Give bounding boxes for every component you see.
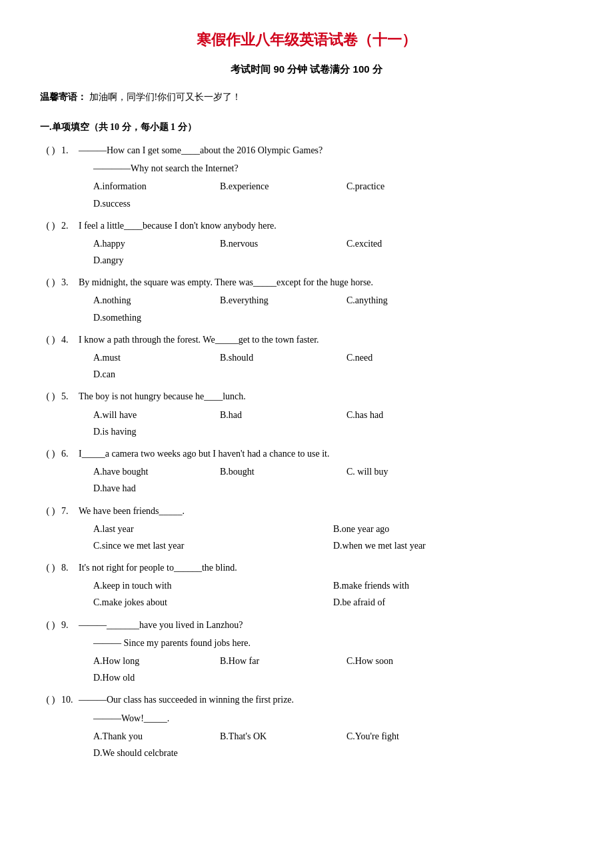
option-10-A: A.Thank you: [93, 728, 200, 745]
option-2-C: C.excited: [346, 235, 453, 252]
option-4-C: C.need: [346, 349, 453, 366]
section1-title: 一.单项填空（共 10 分，每小题 1 分）: [40, 119, 573, 135]
option-10-D: D.We should celcbrate: [93, 745, 200, 761]
question-text-5: The boy is not hungry because he____lunc…: [79, 388, 573, 405]
question-block-8: ( )8.It's not right for people to______t…: [40, 559, 573, 611]
option-7-B: B.one year ago: [333, 521, 573, 537]
answer-bracket-5: ( ): [40, 388, 61, 405]
warm-tip-content: 加油啊，同学们!你们可又长一岁了！: [87, 92, 241, 102]
options-9: A.How longB.How farC.How soonD.How old: [40, 653, 573, 686]
options-4: A.mustB.shouldC.needD.can: [40, 349, 573, 383]
option-4-B: B.should: [220, 349, 326, 366]
answer-bracket-6: ( ): [40, 445, 61, 462]
warm-tip-label: 温馨寄语：: [40, 92, 87, 102]
question-line-8: ( )8.It's not right for people to______t…: [40, 559, 573, 576]
warm-tip: 温馨寄语： 加油啊，同学们!你们可又长一岁了！: [40, 89, 573, 105]
question-number-5: 5.: [61, 388, 79, 405]
option-5-C: C.has had: [346, 407, 453, 423]
answer-bracket-2: ( ): [40, 217, 61, 234]
option-9-A: A.How long: [93, 653, 200, 669]
options-7: A.last yearB.one year agoC.since we met …: [40, 521, 573, 554]
question-subtext-9: ——— Since my parents found jobs here.: [40, 635, 573, 651]
option-1-D: D.success: [93, 195, 200, 212]
question-number-10: 10.: [61, 691, 79, 708]
answer-bracket-3: ( ): [40, 274, 61, 291]
option-1-A: A.information: [93, 178, 200, 195]
question-line-4: ( )4.I know a path through the forest. W…: [40, 331, 573, 348]
option-8-C: C.make jokes about: [93, 594, 333, 611]
question-block-2: ( )2.I feel a little____because I don't …: [40, 217, 573, 269]
question-subtext-10: ———Wow!_____.: [40, 710, 573, 727]
question-text-6: I_____a camera two weeks ago but I haven…: [79, 445, 573, 462]
option-6-B: B.bought: [220, 463, 326, 480]
option-10-B: B.That's OK: [220, 728, 326, 745]
answer-bracket-7: ( ): [40, 503, 61, 519]
option-6-D: D.have had: [93, 480, 200, 497]
question-text-10: ———Our class has succeeded in winning th…: [79, 691, 573, 708]
options-3: A.nothingB.everythingC.anythingD.somethi…: [40, 292, 573, 325]
options-6: A.have boughtB.boughtC. will buyD.have h…: [40, 463, 573, 497]
answer-bracket-8: ( ): [40, 559, 61, 576]
question-line-3: ( )3.By midnight, the square was empty. …: [40, 274, 573, 291]
question-text-2: I feel a little____because I don't know …: [79, 217, 573, 234]
option-8-B: B.make friends with: [333, 577, 573, 594]
option-2-A: A.happy: [93, 235, 200, 252]
option-9-D: D.How old: [93, 669, 200, 686]
question-line-7: ( )7.We have been friends_____.: [40, 503, 573, 519]
page-title: 寒假作业八年级英语试卷（十一）: [40, 27, 573, 53]
option-6-C: C. will buy: [346, 463, 453, 480]
question-block-6: ( )6.I_____a camera two weeks ago but I …: [40, 445, 573, 497]
option-4-A: A.must: [93, 349, 200, 366]
option-4-D: D.can: [93, 366, 200, 383]
options-10: A.Thank youB.That's OKC.You're fightD.We…: [40, 728, 573, 761]
answer-bracket-9: ( ): [40, 617, 61, 633]
question-block-5: ( )5.The boy is not hungry because he___…: [40, 388, 573, 440]
question-number-2: 2.: [61, 217, 79, 234]
option-8-D: D.be afraid of: [333, 594, 573, 611]
question-number-6: 6.: [61, 445, 79, 462]
question-line-2: ( )2.I feel a little____because I don't …: [40, 217, 573, 234]
question-number-8: 8.: [61, 559, 79, 576]
answer-bracket-4: ( ): [40, 331, 61, 348]
option-9-C: C.How soon: [346, 653, 453, 669]
options-2: A.happyB.nervousC.excitedD.angry: [40, 235, 573, 269]
question-text-4: I know a path through the forest. We____…: [79, 331, 573, 348]
question-text-9: ———_______have you lived in Lanzhou?: [79, 617, 573, 633]
question-block-9: ( )9.———_______have you lived in Lanzhou…: [40, 617, 573, 687]
option-1-B: B.experience: [220, 178, 326, 195]
option-3-B: B.everything: [220, 292, 326, 309]
option-5-A: A.will have: [93, 407, 200, 423]
option-2-D: D.angry: [93, 252, 200, 269]
exam-subtitle: 考试时间 90 分钟 试卷满分 100 分: [40, 60, 573, 78]
option-6-A: A.have bought: [93, 463, 200, 480]
question-line-10: ( )10.———Our class has succeeded in winn…: [40, 691, 573, 708]
question-number-7: 7.: [61, 503, 79, 519]
question-block-3: ( )3.By midnight, the square was empty. …: [40, 274, 573, 326]
question-text-7: We have been friends_____.: [79, 503, 573, 519]
question-block-7: ( )7.We have been friends_____.A.last ye…: [40, 503, 573, 555]
option-7-C: C.since we met last year: [93, 537, 333, 554]
option-5-D: D.is having: [93, 423, 200, 440]
question-line-9: ( )9.———_______have you lived in Lanzhou…: [40, 617, 573, 633]
option-1-C: C.practice: [346, 178, 453, 195]
question-line-1: ( )1.———How can I get some____about the …: [40, 142, 573, 159]
question-number-4: 4.: [61, 331, 79, 348]
question-text-1: ———How can I get some____about the 2016 …: [79, 142, 573, 159]
answer-bracket-10: ( ): [40, 691, 61, 708]
question-subtext-1: ————Why not search the Internet?: [40, 160, 573, 177]
question-number-1: 1.: [61, 142, 79, 159]
option-7-D: D.when we met last year: [333, 537, 573, 554]
option-3-D: D.something: [93, 309, 200, 326]
question-text-8: It's not right for people to______the bl…: [79, 559, 573, 576]
option-8-A: A.keep in touch with: [93, 577, 333, 594]
question-block-10: ( )10.———Our class has succeeded in winn…: [40, 691, 573, 761]
question-block-4: ( )4.I know a path through the forest. W…: [40, 331, 573, 383]
option-2-B: B.nervous: [220, 235, 326, 252]
options-8: A.keep in touch withB.make friends withC…: [40, 577, 573, 611]
question-line-5: ( )5.The boy is not hungry because he___…: [40, 388, 573, 405]
options-5: A.will haveB.hadC.has hadD.is having: [40, 407, 573, 440]
question-block-1: ( )1.———How can I get some____about the …: [40, 142, 573, 212]
question-line-6: ( )6.I_____a camera two weeks ago but I …: [40, 445, 573, 462]
question-text-3: By midnight, the square was empty. There…: [79, 274, 573, 291]
option-10-C: C.You're fight: [346, 728, 453, 745]
